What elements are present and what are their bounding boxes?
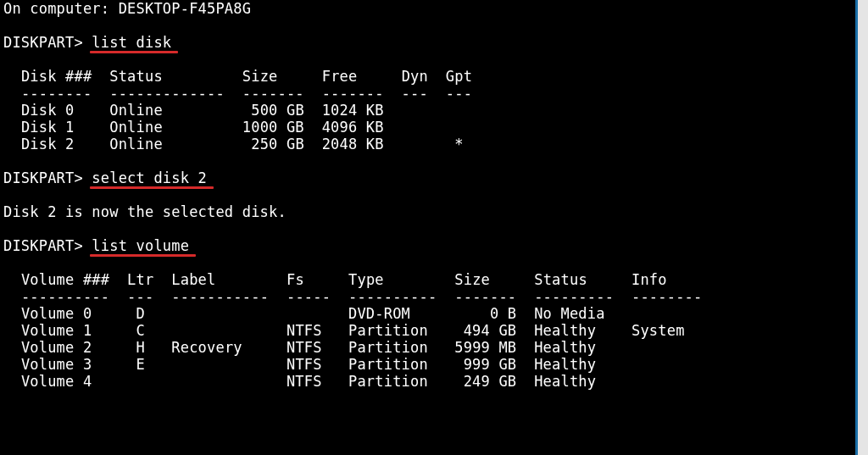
disk-row: Disk 1 Online 1000 GB 4096 KB — [21, 119, 384, 136]
volume-row: Volume 0 D DVD-ROM 0 B No Media — [21, 305, 605, 322]
select-result: Disk 2 is now the selected disk. — [3, 203, 287, 220]
volume-row: Volume 1 C NTFS Partition 494 GB Healthy… — [21, 322, 685, 339]
prompt: DISKPART> — [3, 237, 83, 254]
cmd-list-disk: list disk — [92, 34, 171, 51]
cmd-select-disk: select disk 2 — [92, 169, 207, 186]
volume-rule: ---------- --- ----------- ----- -------… — [21, 288, 703, 305]
console-output: On computer: DESKTOP-F45PA8G DISKPART> l… — [3, 0, 852, 390]
volume-row: Volume 3 E NTFS Partition 999 GB Healthy — [21, 356, 596, 373]
volume-row: Volume 4 NTFS Partition 249 GB Healthy — [21, 373, 596, 390]
disk-row: Disk 2 Online 250 GB 2048 KB * — [21, 136, 464, 153]
cmd-list-volume: list volume — [92, 237, 189, 254]
disk-rule: -------- ------------- ------- ------- -… — [21, 85, 472, 102]
diskpart-console[interactable]: On computer: DESKTOP-F45PA8G DISKPART> l… — [0, 0, 858, 455]
prompt: DISKPART> — [3, 169, 83, 186]
disk-header: Disk ### Status Size Free Dyn Gpt — [21, 68, 472, 85]
volume-row: Volume 2 H Recovery NTFS Partition 5999 … — [21, 339, 596, 356]
volume-header: Volume ### Ltr Label Fs Type Size Status… — [21, 271, 667, 288]
computer-line: On computer: DESKTOP-F45PA8G — [3, 0, 251, 17]
disk-row: Disk 0 Online 500 GB 1024 KB — [21, 102, 384, 119]
prompt: DISKPART> — [3, 34, 83, 51]
